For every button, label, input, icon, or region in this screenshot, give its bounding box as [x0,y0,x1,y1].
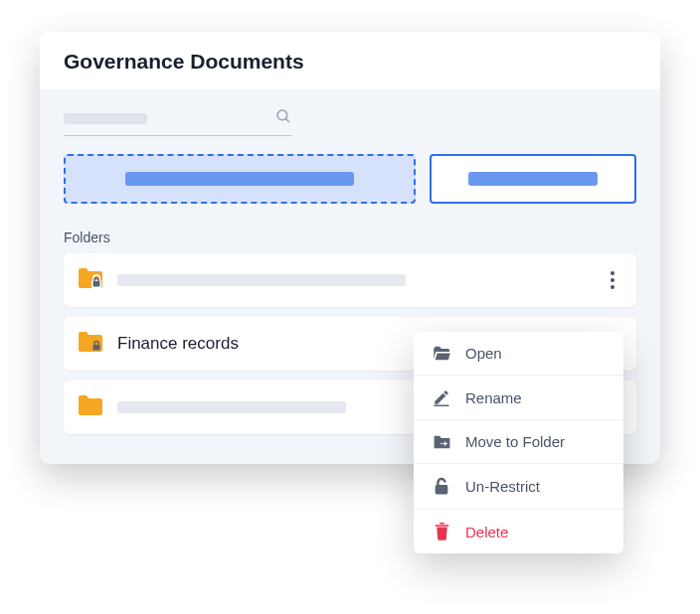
folder-name-placeholder [117,401,346,413]
folder-icon [78,394,103,420]
trash-icon [432,523,451,540]
folder-open-icon [432,346,451,361]
upload-label-placeholder [125,172,354,186]
pencil-icon [432,388,451,406]
folder-row[interactable] [64,253,636,307]
secondary-label-placeholder [468,172,598,186]
svg-rect-5 [435,405,449,407]
folders-section-label: Folders [64,230,636,245]
menu-item-unrestrict[interactable]: Un-Restrict [414,464,623,510]
menu-item-open[interactable]: Open [414,332,623,376]
menu-label: Rename [465,389,522,406]
menu-label: Move to Folder [465,433,565,450]
search-placeholder [64,113,147,124]
svg-rect-4 [93,345,100,351]
svg-rect-3 [93,281,100,287]
folder-locked-icon [78,267,103,293]
kebab-icon [611,271,614,289]
search-input[interactable] [64,103,292,136]
menu-item-delete[interactable]: Delete [414,510,623,553]
secondary-action-button[interactable] [430,154,636,204]
page-title: Governance Documents [64,50,636,74]
context-menu: Open Rename Move to Folder Un-Restrict D… [414,332,623,553]
folder-menu-button[interactable] [603,271,622,289]
svg-point-0 [277,110,287,120]
move-folder-icon [432,434,451,450]
unlock-icon [432,477,451,496]
menu-item-rename[interactable]: Rename [414,376,623,420]
action-button-row [64,154,636,204]
menu-label: Un-Restrict [465,478,540,495]
search-icon[interactable] [274,107,292,129]
folder-locked-icon [78,331,103,357]
folder-name: Finance records [117,334,239,354]
menu-label: Open [465,345,502,362]
menu-label: Delete [465,524,508,540]
panel-header: Governance Documents [40,32,660,89]
upload-dropzone-button[interactable] [64,154,416,204]
folder-name-placeholder [117,274,406,286]
menu-item-move[interactable]: Move to Folder [414,420,623,464]
svg-line-1 [285,118,289,122]
